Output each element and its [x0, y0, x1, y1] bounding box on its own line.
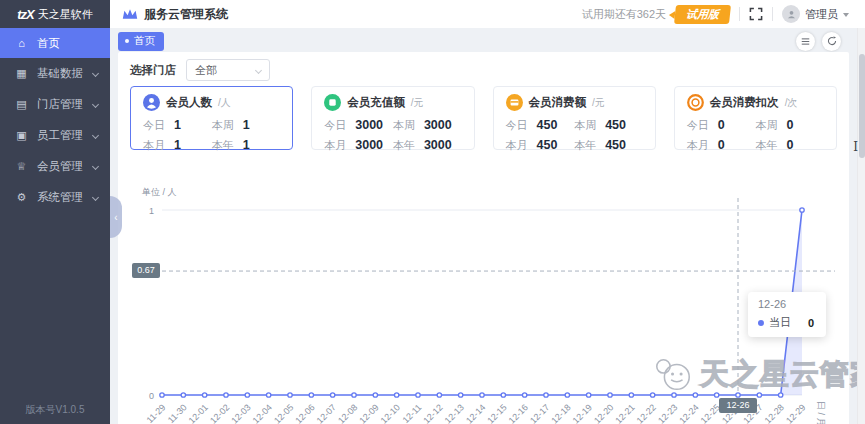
- cube-icon: ▦: [15, 67, 28, 80]
- stat-card-consume-amount[interactable]: 会员消费额 /元 今日450 本周450 本月450 本年450: [493, 86, 656, 150]
- consume-count-icon: [687, 94, 704, 111]
- data-point-marker[interactable]: [202, 393, 206, 397]
- data-point-marker[interactable]: [309, 393, 313, 397]
- series-line: [162, 210, 802, 395]
- x-axis-tick-label: 12-20: [592, 402, 615, 424]
- data-point-marker[interactable]: [693, 393, 697, 397]
- member-trend-chart[interactable]: 01单位 / 人11-2911-3012-0112-0212-0312-0412…: [128, 184, 845, 424]
- chart-tooltip: 12-26 当日 0: [748, 292, 826, 337]
- store-filter-row: 选择门店 全部: [118, 52, 849, 84]
- collapse-sidebar-icon: ‹: [114, 212, 117, 223]
- home-icon: ⌂: [15, 37, 28, 49]
- fullscreen-icon[interactable]: [749, 7, 763, 21]
- x-axis-tick-label: 12-19: [571, 402, 594, 424]
- data-point-marker[interactable]: [394, 393, 398, 397]
- x-axis-tick-label: 12-12: [421, 402, 444, 424]
- store-select[interactable]: 全部: [186, 59, 270, 81]
- x-axis-name: 日 / 月: [816, 401, 826, 424]
- user-name: 管理员: [805, 7, 838, 22]
- x-axis-tick-label: 12-23: [656, 402, 679, 424]
- stat-card-recharge-amount[interactable]: 会员充值额 /元 今日3000 本周3000 本月3000 本年3000: [311, 86, 474, 150]
- x-axis-tick-label: 12-06: [293, 402, 316, 424]
- line-chart[interactable]: 01单位 / 人11-2911-3012-0112-0212-0312-0412…: [128, 184, 845, 424]
- stat-card-consume-count[interactable]: 会员消费扣次 /次 今日0 本周0 本月0 本年0: [674, 86, 837, 150]
- x-axis-tick-label: 12-03: [229, 402, 252, 424]
- data-point-marker[interactable]: [245, 393, 249, 397]
- x-axis-tick-label: 12-14: [464, 402, 487, 424]
- vertical-scrollbar: [857, 28, 865, 424]
- id-badge-icon: ▣: [15, 129, 28, 142]
- tab-menu-button[interactable]: [796, 32, 815, 51]
- chevron-down-icon: [92, 101, 99, 108]
- data-point-marker[interactable]: [416, 393, 420, 397]
- store-icon: ▤: [15, 98, 28, 111]
- stat-card-member-count[interactable]: 会员人数 /人 今日1 本周1 本月1 本年1: [130, 86, 293, 150]
- data-point-marker[interactable]: [736, 393, 740, 397]
- sidebar-item-staff-management[interactable]: ▣ 员工管理: [0, 120, 110, 151]
- store-filter-label: 选择门店: [130, 63, 176, 78]
- data-point-marker[interactable]: [586, 393, 590, 397]
- avatar: [782, 5, 800, 23]
- sidebar-item-basic-data[interactable]: ▦ 基础数据: [0, 58, 110, 89]
- data-point-marker[interactable]: [480, 393, 484, 397]
- user-menu[interactable]: 管理员: [782, 5, 849, 23]
- member-count-icon: [143, 94, 160, 111]
- x-axis-tick-label: 12-11: [401, 402, 424, 424]
- x-axis-tick-label: 12-24: [677, 402, 700, 424]
- data-point-marker[interactable]: [266, 393, 270, 397]
- main-area: 首页 选择门店 全部: [110, 28, 865, 424]
- x-axis-tick-label: 11-29: [145, 402, 168, 424]
- data-point-marker[interactable]: [757, 393, 761, 397]
- sidebar-item-store-management[interactable]: ▤ 门店管理: [0, 89, 110, 120]
- chevron-down-icon: [255, 66, 262, 73]
- chevron-down-icon: [92, 132, 99, 139]
- x-axis-tick-label: 12-22: [635, 402, 658, 424]
- refresh-button[interactable]: [822, 32, 841, 51]
- data-point-marker[interactable]: [181, 393, 185, 397]
- data-point-marker[interactable]: [778, 393, 782, 397]
- data-point-marker[interactable]: [458, 393, 462, 397]
- menu-icon: [801, 37, 810, 46]
- sidebar-item-member-management[interactable]: ♕ 会员管理: [0, 151, 110, 182]
- x-axis-tick-label: 12-29: [784, 402, 807, 424]
- crosshair-y-label: 0.67: [132, 263, 160, 278]
- logo: tzX 天之星软件: [0, 0, 110, 28]
- data-point-marker[interactable]: [544, 393, 548, 397]
- divider: [772, 7, 773, 21]
- x-axis-tick-label: 12-28: [763, 402, 786, 424]
- data-point-marker[interactable]: [373, 393, 377, 397]
- data-point-marker[interactable]: [330, 393, 334, 397]
- divider: [739, 7, 740, 21]
- data-point-marker[interactable]: [672, 393, 676, 397]
- chevron-down-icon: [92, 70, 99, 77]
- content-panel: 选择门店 全部 会员人数 /人 今日1 本周1 本月1: [118, 52, 849, 424]
- x-axis-tick-label: 12-01: [187, 402, 210, 424]
- sidebar: ⌂ 首页 ▦ 基础数据 ▤ 门店管理 ▣ 员工管理 ♕ 会员管理 ⚙ 系统管理 …: [0, 28, 110, 424]
- x-axis-tick-label: 12-09: [357, 402, 380, 424]
- version-label: 版本号V1.0.5: [0, 403, 110, 417]
- tab-home[interactable]: 首页: [118, 32, 164, 51]
- data-point-marker[interactable]: [565, 393, 569, 397]
- stat-cards-row: 会员人数 /人 今日1 本周1 本月1 本年1 会员充值额 /元: [118, 84, 849, 150]
- x-axis-tick-label: 12-05: [272, 402, 295, 424]
- data-point-marker[interactable]: [629, 393, 633, 397]
- data-point-marker[interactable]: [800, 208, 804, 212]
- data-point-marker[interactable]: [522, 393, 526, 397]
- sidebar-item-home[interactable]: ⌂ 首页: [0, 28, 110, 58]
- app-title: 服务云管理系统: [122, 6, 228, 23]
- data-point-marker[interactable]: [224, 393, 228, 397]
- data-point-marker[interactable]: [650, 393, 654, 397]
- x-axis-tick-label: 12-21: [613, 402, 636, 424]
- chevron-down-icon: [92, 194, 99, 201]
- sidebar-item-system-management[interactable]: ⚙ 系统管理: [0, 182, 110, 213]
- data-point-marker[interactable]: [714, 393, 718, 397]
- data-point-marker[interactable]: [352, 393, 356, 397]
- sidebar-collapse-handle[interactable]: ‹: [110, 196, 122, 238]
- data-point-marker[interactable]: [288, 393, 292, 397]
- data-point-marker[interactable]: [608, 393, 612, 397]
- data-point-marker[interactable]: [437, 393, 441, 397]
- data-point-marker[interactable]: [160, 393, 164, 397]
- x-axis-tick-label: 12-13: [443, 402, 466, 424]
- x-axis-tick-label: 12-16: [507, 402, 530, 424]
- data-point-marker[interactable]: [501, 393, 505, 397]
